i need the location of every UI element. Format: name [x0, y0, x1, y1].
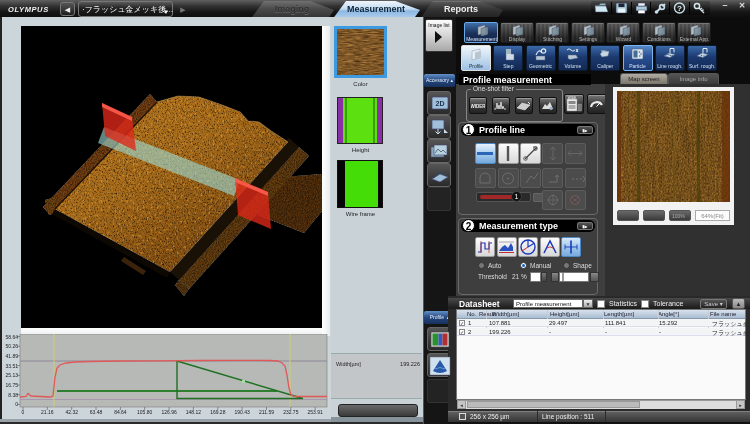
- svg-text:211.59: 211.59: [259, 409, 274, 415]
- svg-text:41.89: 41.89: [5, 353, 18, 359]
- svg-text:16.75: 16.75: [5, 382, 18, 388]
- svg-text:105.80: 105.80: [137, 409, 153, 415]
- svg-text:42.32: 42.32: [65, 409, 78, 415]
- svg-text:190.43: 190.43: [234, 409, 250, 415]
- svg-text:0: 0: [22, 409, 25, 415]
- svg-text:8.38: 8.38: [8, 392, 18, 398]
- svg-text:0: 0: [15, 401, 18, 407]
- svg-text:?: ?: [677, 4, 682, 13]
- svg-text:WIDE: WIDE: [568, 96, 576, 100]
- svg-text:58.64: 58.64: [5, 334, 18, 340]
- svg-text:33.51: 33.51: [5, 363, 18, 369]
- svg-text:25.13: 25.13: [5, 372, 18, 378]
- svg-text:126.96: 126.96: [161, 409, 177, 415]
- svg-text:148.12: 148.12: [186, 409, 202, 415]
- svg-text:WIDER: WIDER: [471, 104, 485, 109]
- svg-text:21.16: 21.16: [41, 409, 54, 415]
- svg-text:50.26: 50.26: [5, 343, 18, 349]
- svg-text:232.75: 232.75: [283, 409, 299, 415]
- svg-text:63.48: 63.48: [90, 409, 103, 415]
- svg-text:253.91: 253.91: [308, 409, 324, 415]
- svg-text:84.64: 84.64: [114, 409, 127, 415]
- svg-text:2D: 2D: [436, 100, 445, 107]
- svg-text:169.28: 169.28: [210, 409, 226, 415]
